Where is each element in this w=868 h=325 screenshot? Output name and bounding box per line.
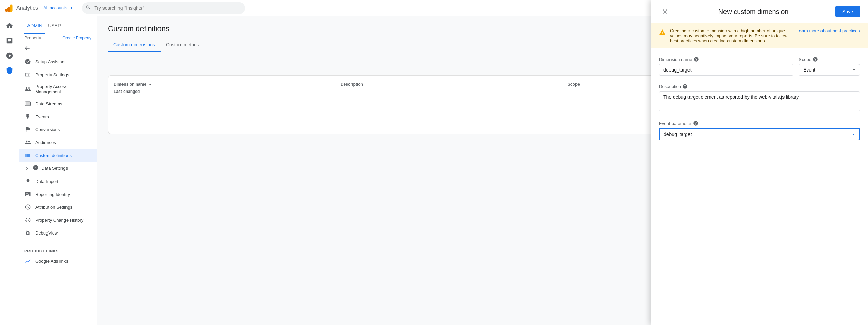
custom-definitions-label: Custom definitions	[35, 153, 91, 158]
search-input[interactable]	[82, 2, 245, 14]
form-row-event-parameter: Event parameter debug_target	[659, 121, 860, 140]
attribution-settings-icon	[24, 204, 31, 210]
scope-help-icon	[813, 57, 818, 62]
new-custom-dimension-panel: New custom dimension Save Creating a cus…	[651, 16, 868, 325]
tab-custom-metrics[interactable]: Custom metrics	[161, 39, 204, 52]
google-ads-icon	[24, 258, 31, 264]
dimension-name-label-text: Dimension name	[659, 57, 692, 62]
main-layout: ADMIN USER Property + Create Property Se…	[0, 16, 868, 325]
events-icon	[24, 113, 31, 120]
all-accounts-label: All accounts	[43, 5, 67, 11]
scope-label-text: Scope	[799, 57, 811, 62]
nav-reports-icon[interactable]	[3, 34, 16, 47]
col-dimension-name[interactable]: Dimension name	[114, 80, 341, 89]
event-parameter-help-icon	[693, 121, 698, 126]
conversions-icon	[24, 126, 31, 133]
dimension-name-label: Dimension name	[659, 57, 793, 62]
col-scope-label: Scope	[568, 82, 580, 87]
col-dimension-name-label: Dimension name	[114, 82, 146, 87]
all-accounts-button[interactable]: All accounts	[43, 5, 74, 11]
reporting-identity-label: Reporting Identity	[35, 192, 91, 197]
scope-label: Scope	[799, 57, 860, 62]
data-streams-label: Data Streams	[35, 101, 91, 106]
property-access-icon	[24, 86, 31, 93]
logo-area: Analytics	[4, 3, 38, 13]
sidebar-item-property-access[interactable]: Property Access Management	[19, 81, 97, 97]
left-nav	[0, 16, 19, 325]
event-parameter-label-text: Event parameter	[659, 121, 692, 126]
property-change-history-label: Property Change History	[35, 218, 91, 223]
conversions-label: Conversions	[35, 127, 91, 132]
nav-explore-icon[interactable]	[3, 49, 16, 62]
sort-icon	[148, 82, 153, 87]
nav-admin-icon[interactable]	[3, 64, 16, 77]
panel-header: New custom dimension Save	[651, 16, 868, 23]
data-settings-label: Data Settings	[41, 166, 68, 171]
col-description: Description	[341, 80, 568, 89]
create-property-button[interactable]: + Create Property	[59, 36, 91, 40]
nav-home-icon[interactable]	[3, 19, 16, 33]
admin-tab[interactable]: ADMIN	[24, 19, 45, 34]
debug-view-icon	[24, 229, 31, 236]
description-label-text: Description	[659, 84, 681, 89]
event-parameter-label: Event parameter	[659, 121, 860, 126]
dimension-name-group: Dimension name	[659, 57, 793, 76]
property-access-label: Property Access Management	[35, 84, 91, 94]
user-tab[interactable]: USER	[45, 19, 64, 34]
svg-point-1	[5, 9, 8, 12]
back-button[interactable]	[22, 43, 33, 54]
debug-view-label: DebugView	[35, 230, 91, 236]
sidebar-item-property-change-history[interactable]: Property Change History	[19, 214, 97, 226]
sidebar-item-property-settings[interactable]: Property Settings	[19, 68, 97, 81]
search-bar[interactable]	[82, 2, 245, 14]
attribution-settings-label: Attribution Settings	[35, 205, 91, 210]
property-settings-icon	[24, 71, 31, 78]
sidebar-item-data-settings[interactable]: Data Settings	[19, 162, 97, 175]
events-label: Events	[35, 114, 91, 119]
dimension-name-help-icon	[694, 57, 699, 62]
sidebar-item-data-streams[interactable]: Data Streams	[19, 97, 97, 110]
sidebar-divider	[19, 242, 97, 242]
col-description-label: Description	[341, 82, 363, 87]
col-last-changed: Last changed	[114, 89, 341, 94]
custom-definitions-icon	[24, 152, 31, 159]
warning-icon	[659, 29, 666, 37]
sidebar-item-conversions[interactable]: Conversions	[19, 123, 97, 136]
dimension-name-input[interactable]	[659, 64, 793, 76]
panel-close-button[interactable]	[659, 16, 671, 18]
tab-custom-dimensions[interactable]: Custom dimensions	[108, 39, 161, 52]
setup-assistant-label: Setup Assistant	[35, 59, 91, 64]
scope-select[interactable]: Event User Item	[799, 64, 860, 76]
sidebar-item-debug-view[interactable]: DebugView	[19, 226, 97, 239]
scope-group: Scope Event User Item	[799, 57, 860, 76]
admin-user-tabs: ADMIN USER	[19, 19, 97, 34]
property-settings-label: Property Settings	[35, 72, 91, 77]
sidebar-item-google-ads[interactable]: Google Ads links	[19, 255, 97, 267]
sidebar-item-setup-assistant[interactable]: Setup Assistant	[19, 55, 97, 68]
warning-text: Creating a custom dimension with a high …	[670, 28, 793, 43]
col-last-changed-label: Last changed	[114, 89, 140, 94]
warning-learn-more-link[interactable]: Learn more about best practices	[797, 28, 860, 33]
description-textarea[interactable]: The debug target element as reported by …	[659, 91, 860, 111]
sidebar-item-reporting-identity[interactable]: Reporting Identity	[19, 188, 97, 201]
audiences-icon	[24, 139, 31, 146]
data-import-icon	[24, 178, 31, 185]
product-links-header: PRODUCT LINKS	[19, 245, 97, 255]
sidebar-item-attribution-settings[interactable]: Attribution Settings	[19, 201, 97, 214]
data-import-label: Data Import	[35, 179, 91, 184]
sidebar: ADMIN USER Property + Create Property Se…	[19, 16, 97, 325]
event-parameter-group: Event parameter debug_target	[659, 121, 860, 140]
event-parameter-select[interactable]: debug_target	[659, 128, 860, 140]
panel-body: Dimension name Scope Event User Item	[651, 48, 868, 325]
sidebar-item-events[interactable]: Events	[19, 110, 97, 123]
warning-banner: Creating a custom dimension with a high …	[651, 23, 868, 48]
panel-save-button[interactable]: Save	[835, 16, 860, 17]
app-name-label: Analytics	[16, 5, 38, 11]
google-ads-label: Google Ads links	[35, 259, 91, 264]
sidebar-item-custom-definitions[interactable]: Custom definitions	[19, 149, 97, 162]
sidebar-item-audiences[interactable]: Audiences	[19, 136, 97, 149]
sidebar-item-data-import[interactable]: Data Import	[19, 175, 97, 188]
property-label: Property	[24, 35, 41, 40]
form-row-name-scope: Dimension name Scope Event User Item	[659, 57, 860, 76]
description-label: Description	[659, 84, 860, 89]
